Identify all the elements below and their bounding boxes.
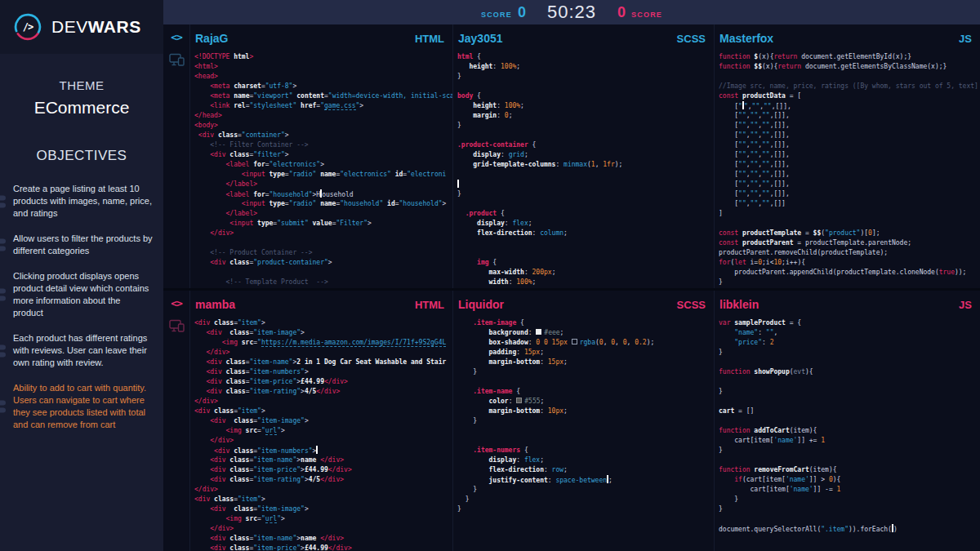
- code-editor-libklein[interactable]: var sampleProduct = { "name": "", "price…: [715, 313, 980, 551]
- theme-label: THEME: [0, 78, 163, 92]
- code-line: productParent.removeChild(productTemplat…: [719, 248, 980, 258]
- panel-header: LiquidorSCSS: [453, 291, 714, 313]
- code-line: ["","","",[]],: [719, 170, 980, 180]
- code-line: display: flex;: [457, 455, 714, 465]
- code-line: }: [719, 278, 980, 287]
- code-line: <meta charset="utf-8">: [194, 82, 452, 91]
- editor-gutter: <>: [163, 291, 190, 551]
- code-line: <div class="product-container">: [194, 258, 452, 268]
- editor-gutter: <>: [163, 24, 190, 288]
- red-team-score: 0 SCORE: [617, 4, 662, 21]
- code-view-icon[interactable]: <>: [171, 298, 182, 309]
- code-line: function $(x){return document.getElement…: [719, 52, 980, 62]
- code-view-icon[interactable]: <>: [171, 32, 182, 42]
- code-editor-Jay3051[interactable]: html { height: 100%;}body { height: 100%…: [453, 47, 714, 288]
- code-line: [457, 248, 714, 258]
- brand-wars: WARS: [88, 17, 141, 36]
- code-line: <html>: [194, 62, 452, 72]
- code-line: margin-bottom: 15px;: [457, 358, 714, 367]
- objective-item: Clicking product displays opens product …: [0, 270, 163, 319]
- objective-text: Create a page listing at least 10 produc…: [13, 184, 152, 218]
- code-line: <img src="url">: [194, 426, 452, 436]
- code-line: <div class="item-numbers">: [194, 367, 452, 377]
- code-line: productParent.appendChild(productTemplat…: [719, 268, 980, 278]
- code-line: <input type="radio" name="household" id=…: [194, 199, 452, 209]
- panel-header: RajaGHTML: [190, 24, 452, 47]
- code-line: [719, 377, 980, 387]
- code-line: display: grid;: [457, 150, 714, 160]
- code-line: .product-container {: [457, 140, 714, 150]
- code-line: [719, 358, 980, 367]
- sidebar: /> DEVWARS THEME ECommerce OBJECTIVES Cr…: [0, 0, 163, 551]
- code-editor-Liquidor[interactable]: .item-image { background: #eee; box-shad…: [453, 313, 714, 551]
- code-editor-mamba[interactable]: <div class="item"> <div class="item-imag…: [190, 313, 452, 551]
- code-line: }: [719, 495, 980, 504]
- objective-item: Each product has different ratings with …: [0, 332, 163, 369]
- panel-header: Jay3051SCSS: [453, 24, 714, 47]
- code-line: }: [457, 72, 714, 82]
- language-label: HTML: [415, 33, 444, 45]
- code-line: <div class="item-name">name </div>: [194, 455, 452, 465]
- code-line: document.querySelectorAll(".item")).forE…: [719, 524, 980, 534]
- code-line: <body>: [194, 121, 452, 131]
- code-line: ["","","",[]],: [719, 111, 980, 121]
- code-line: <div class="item-numbers">: [194, 446, 452, 455]
- code-editor-Masterfox[interactable]: function $(x){return document.getElement…: [715, 47, 980, 288]
- code-line: margin-bottom: 10px;: [457, 407, 714, 416]
- color-swatch: [536, 329, 541, 335]
- language-label: JS: [959, 299, 972, 311]
- code-line: </div>: [194, 524, 452, 534]
- red-score-label: SCORE: [631, 11, 662, 19]
- code-line: [719, 416, 980, 426]
- code-line: html {: [457, 52, 714, 62]
- code-line: const productData = [: [719, 91, 980, 101]
- objective-marker: [0, 344, 6, 357]
- code-line: <!-- Filter Container -->: [194, 140, 452, 150]
- code-line: ["","","",[]],: [719, 121, 980, 131]
- editor-panel-libklein: libkleinJSvar sampleProduct = { "name": …: [715, 291, 980, 551]
- objective-marker: [0, 289, 6, 301]
- objective-text: Clicking product displays opens product …: [13, 271, 149, 318]
- code-line: ["","","",[]],: [719, 131, 980, 140]
- code-line: <head>: [194, 72, 452, 82]
- code-line: flex-direction: column;: [457, 229, 714, 238]
- blue-score-value: 0: [518, 4, 526, 21]
- editor-panel-Liquidor: LiquidorSCSS .item-image { background: #…: [453, 291, 715, 551]
- code-line: [719, 514, 980, 524]
- code-line: </div>: [194, 397, 452, 407]
- responsive-preview-icon[interactable]: [169, 319, 185, 335]
- code-line: }: [457, 485, 714, 495]
- code-line: cart = []: [719, 407, 980, 416]
- code-line: [194, 238, 452, 248]
- code-editor-RajaG[interactable]: <!DOCTYPE html><html><head> <meta charse…: [190, 47, 452, 288]
- code-line: <div class="item-image">: [194, 504, 452, 514]
- code-line: [457, 180, 714, 189]
- code-line: }: [719, 446, 980, 455]
- code-line: margin: 0;: [457, 111, 714, 121]
- code-line: ]: [719, 209, 980, 219]
- objective-marker: [0, 401, 6, 413]
- code-line: <link rel="stylesheet" href="game.css">: [194, 101, 452, 111]
- code-line: [457, 436, 714, 446]
- red-score-value: 0: [617, 4, 626, 21]
- editor-panel-mamba: mambaHTML<div class="item"> <div class="…: [190, 291, 453, 551]
- blue-score-label: SCORE: [481, 11, 512, 19]
- code-line: </label>: [194, 180, 452, 189]
- code-line: function $$(x){return document.getElemen…: [719, 62, 980, 72]
- code-line: }: [457, 367, 714, 377]
- objective-marker: [0, 195, 6, 207]
- code-line: body {: [457, 91, 714, 101]
- code-line: }: [719, 387, 980, 397]
- code-line: <label for="household">Household: [194, 189, 452, 199]
- player-name: mamba: [195, 298, 235, 311]
- code-line: .item-image {: [457, 318, 714, 328]
- code-line: <div class="filter">: [194, 150, 452, 160]
- logo-glyph: />: [13, 12, 42, 42]
- code-line: [719, 397, 980, 407]
- code-line: [457, 82, 714, 91]
- panel-header: MasterfoxJS: [715, 24, 980, 47]
- code-line: width: 100%;: [457, 278, 714, 287]
- responsive-preview-icon[interactable]: [169, 53, 185, 69]
- code-line: <label for="electronics">: [194, 160, 452, 170]
- player-name: Jay3051: [458, 32, 503, 45]
